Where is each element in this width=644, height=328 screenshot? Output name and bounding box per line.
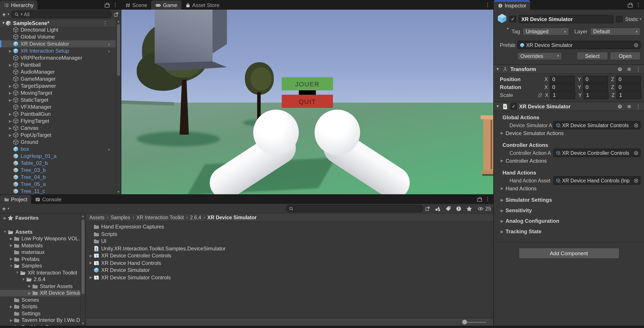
- lock-icon[interactable]: [477, 197, 482, 201]
- project-tree-item[interactable]: ▶ Prefabs: [0, 256, 86, 262]
- breadcrumb-item[interactable]: Samples›: [110, 214, 134, 221]
- scroll-up-icon[interactable]: ▲: [80, 214, 86, 217]
- scene-header-row[interactable]: ▼ SampleScene*: [0, 19, 121, 27]
- hierarchy-item[interactable]: ▶ FlyingTarget: [0, 118, 116, 125]
- tab-console[interactable]: Console: [31, 195, 66, 204]
- scroll-down-icon[interactable]: ▼: [80, 322, 86, 325]
- project-tree-item[interactable]: ▶ TextMesh Pro: [0, 323, 86, 326]
- tab-project[interactable]: Project: [0, 195, 31, 204]
- tree-expander-icon[interactable]: ▼: [9, 264, 14, 268]
- prefab-chevron-icon[interactable]: ›: [108, 48, 110, 54]
- create-object-button[interactable]: [2, 11, 6, 18]
- hidden-count-eye-icon[interactable]: [477, 205, 484, 212]
- project-tree-item[interactable]: ▶ XR Device Simulator: [0, 290, 86, 296]
- hierarchy-item[interactable]: ▶ PaintballGun: [0, 111, 116, 118]
- tab-inspector[interactable]: Inspector: [494, 1, 530, 10]
- hierarchy-item[interactable]: ▶ TargetSpawner: [0, 83, 116, 90]
- tree-expander-icon[interactable]: ▼: [3, 230, 8, 234]
- active-checkbox[interactable]: [510, 16, 516, 22]
- help-icon[interactable]: [617, 104, 622, 109]
- search-type-caret-icon[interactable]: [20, 12, 22, 16]
- file-item[interactable]: ▶ XR Device Simulator Controls: [86, 274, 493, 281]
- open-button[interactable]: Open: [610, 52, 640, 60]
- hierarchy-item[interactable]: VFXManager: [0, 104, 116, 111]
- rotation-z-field[interactable]: 0: [616, 84, 641, 91]
- scale-x-field[interactable]: 1: [550, 91, 575, 99]
- project-tree-item[interactable]: ▼ Samples: [0, 262, 86, 269]
- link-scale-icon[interactable]: [538, 93, 543, 98]
- tree-expander-icon[interactable]: ▶: [9, 244, 14, 247]
- hierarchy-item[interactable]: box ›: [0, 146, 116, 153]
- thumbnail-size-slider[interactable]: [86, 318, 493, 326]
- object-picker-icon[interactable]: [633, 122, 639, 128]
- component-foldout[interactable]: ▶Simulator Settings: [494, 195, 644, 205]
- item-expander-icon[interactable]: ▶: [8, 84, 13, 88]
- slider-knob[interactable]: [462, 320, 467, 324]
- hierarchy-item[interactable]: Tree_11_c: [0, 188, 116, 194]
- static-caret-icon[interactable]: [640, 17, 641, 21]
- hierarchy-item[interactable]: Global Volume: [0, 33, 116, 40]
- tree-expander-icon[interactable]: ▶: [27, 291, 32, 295]
- kebab-menu-icon[interactable]: [636, 67, 641, 72]
- project-tree-item[interactable]: ▼ Assets: [0, 228, 86, 235]
- tree-expander-icon[interactable]: ▼: [21, 277, 26, 281]
- hierarchy-item[interactable]: ▶ XR Interaction Setup ›: [0, 47, 116, 54]
- kebab-menu-icon[interactable]: [636, 104, 641, 109]
- file-item[interactable]: Hand Expression Captures: [86, 223, 493, 230]
- project-tree-item[interactable]: ▶ Materials: [0, 242, 86, 249]
- hierarchy-scrollbar[interactable]: ▲ ▼: [116, 19, 121, 194]
- component-foldout[interactable]: ▶Tracking State: [494, 226, 644, 237]
- scale-z-field[interactable]: 1: [616, 91, 642, 99]
- create-object-caret-icon[interactable]: [8, 12, 9, 16]
- file-item[interactable]: ▶ XR Device Hand Controls: [86, 259, 493, 267]
- hierarchy-item[interactable]: Table_02_b: [0, 160, 116, 167]
- favorites-star-icon[interactable]: [466, 205, 472, 212]
- component-foldout[interactable]: ▶Analog Configuration: [494, 216, 644, 226]
- file-item[interactable]: ▶ XR Device Controller Controls: [86, 252, 493, 259]
- lock-icon[interactable]: [628, 3, 632, 7]
- create-asset-caret-icon[interactable]: [8, 207, 9, 210]
- project-tree-item[interactable]: materiaux: [0, 249, 86, 256]
- project-tree-item[interactable]: Settings: [0, 310, 86, 317]
- presets-icon[interactable]: [626, 67, 632, 72]
- object-picker-icon[interactable]: [633, 177, 639, 183]
- create-asset-button[interactable]: [2, 205, 6, 212]
- tag-dropdown[interactable]: Untagged: [523, 28, 569, 36]
- presets-icon[interactable]: [626, 104, 632, 109]
- item-expander-icon[interactable]: ▶: [8, 63, 13, 67]
- breadcrumb-item[interactable]: XR Interaction Toolkit›: [136, 214, 188, 221]
- hierarchy-item[interactable]: ▶ Paintball: [0, 61, 116, 68]
- item-expander-icon[interactable]: ▶: [8, 49, 13, 53]
- tree-expander-icon[interactable]: ▶: [9, 257, 14, 261]
- position-y-field[interactable]: 0: [583, 76, 608, 83]
- tab-asset-store[interactable]: Asset Store: [181, 1, 223, 10]
- tab-game[interactable]: Game: [151, 1, 181, 10]
- hierarchy-item[interactable]: ▶ PopUpTarget: [0, 132, 116, 139]
- tab-hierarchy[interactable]: Hierarchy: [0, 1, 38, 10]
- hierarchy-item[interactable]: XR Device Simulator ›: [0, 40, 116, 47]
- prefab-chevron-icon[interactable]: ›: [108, 41, 110, 47]
- prefab-cube-icon[interactable]: [496, 13, 510, 26]
- quit-button[interactable]: QUIT: [282, 95, 333, 108]
- hierarchy-item[interactable]: ▶ StaticTarget: [0, 97, 116, 104]
- select-button[interactable]: Select: [576, 52, 608, 60]
- file-item[interactable]: Unity.XR.Interaction.Toolkit.Samples.Dev…: [86, 245, 493, 252]
- position-z-field[interactable]: 0: [616, 76, 641, 83]
- project-tree-item[interactable]: ▼ 2.6.4: [0, 276, 86, 283]
- project-tree-item[interactable]: ▶ Low Poly Weapons VOL.1: [0, 235, 86, 242]
- rotation-y-field[interactable]: 0: [583, 84, 608, 91]
- rotation-x-field[interactable]: 0: [550, 84, 574, 91]
- item-expander-icon[interactable]: ▶: [8, 133, 13, 137]
- file-item[interactable]: Scripts: [86, 230, 493, 238]
- scroll-up-icon[interactable]: ▲: [116, 20, 121, 23]
- game-kebab-icon[interactable]: [485, 2, 490, 8]
- scene-kebab-icon[interactable]: [102, 20, 108, 26]
- gameobject-name-field[interactable]: XR Device Simulator: [519, 15, 613, 23]
- hierarchy-item[interactable]: Directional Light: [0, 26, 116, 33]
- hierarchy-item[interactable]: ▶ MovingTarget: [0, 90, 116, 97]
- help-icon[interactable]: [617, 67, 622, 72]
- layer-dropdown[interactable]: Default: [590, 28, 640, 36]
- prefab-chevron-icon[interactable]: ›: [108, 146, 110, 152]
- lock-icon[interactable]: [105, 3, 109, 7]
- search-importlog-icon[interactable]: [456, 205, 462, 212]
